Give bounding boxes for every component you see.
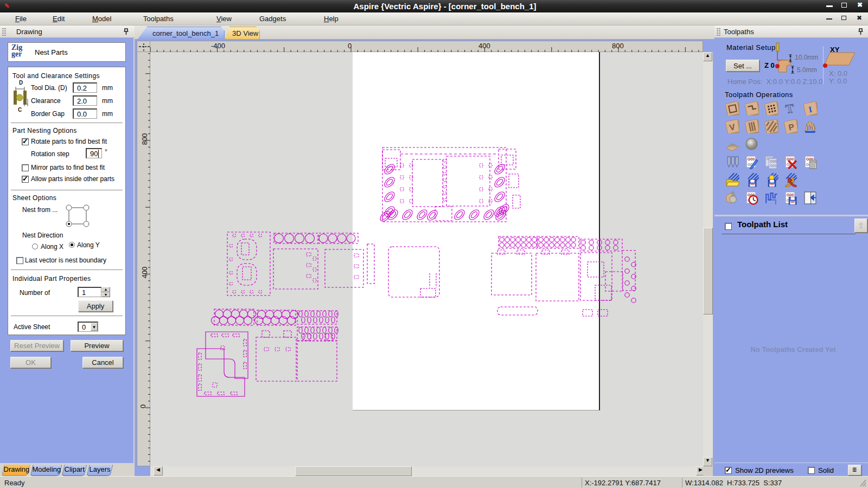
svg-text:G00: G00 xyxy=(770,159,777,163)
svg-text:10.0mm: 10.0mm xyxy=(795,54,818,61)
svg-text:G01: G01 xyxy=(770,164,777,168)
svg-text:T: T xyxy=(785,101,795,115)
svg-text:G00: G00 xyxy=(787,157,794,162)
svg-text:C: C xyxy=(18,107,22,113)
svg-text:G00: G00 xyxy=(748,157,755,162)
svg-text:5.0mm: 5.0mm xyxy=(797,66,817,74)
svg-text:D: D xyxy=(19,80,23,86)
